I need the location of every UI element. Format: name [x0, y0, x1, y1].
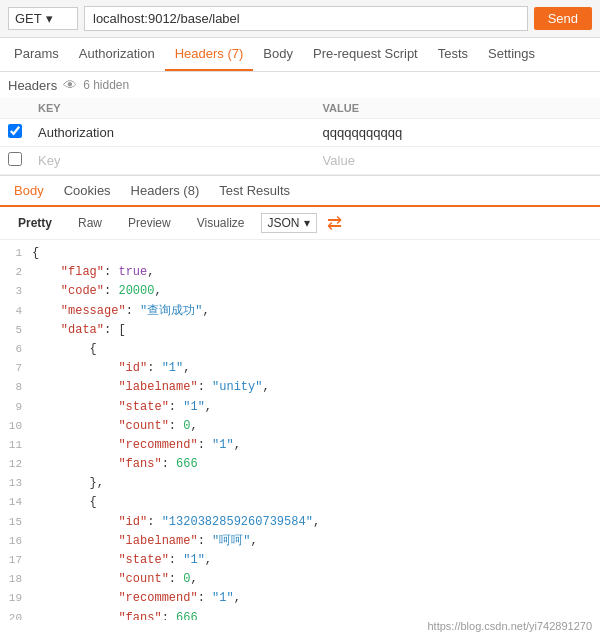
str-token: "1" — [183, 553, 205, 567]
line-number: 9 — [4, 398, 32, 417]
punct-token: : — [104, 284, 118, 298]
bool-token: true — [118, 265, 147, 279]
line-content: "state": "1", — [32, 551, 596, 570]
key-token: "labelname" — [118, 534, 197, 548]
nav-tab-prerequest[interactable]: Pre-request Script — [303, 38, 428, 71]
format-type-select[interactable]: JSON▾ — [261, 213, 317, 233]
line-number: 19 — [4, 589, 32, 608]
ws-token — [32, 342, 90, 356]
send-button[interactable]: Send — [534, 7, 592, 30]
nav-tab-headers[interactable]: Headers (7) — [165, 38, 254, 71]
resp-tab-cookies[interactable]: Cookies — [54, 176, 121, 207]
ws-token — [32, 457, 118, 471]
format-btn-preview[interactable]: Preview — [118, 213, 181, 233]
ws-token — [32, 284, 61, 298]
header-row-1 — [0, 147, 600, 175]
ws-token — [32, 591, 118, 605]
nav-tab-tests[interactable]: Tests — [428, 38, 478, 71]
line-content: "fans": 666 — [32, 455, 596, 474]
header-checkbox-1[interactable] — [8, 152, 22, 166]
headers-label: Headers 👁 6 hidden — [0, 72, 600, 98]
resp-tab-headers8[interactable]: Headers (8) — [121, 176, 210, 207]
ws-token — [32, 476, 90, 490]
method-select[interactable]: GET ▾ — [8, 7, 78, 30]
json-line: 5 "data": [ — [0, 321, 600, 340]
format-btn-visualize[interactable]: Visualize — [187, 213, 255, 233]
format-type-label: JSON — [268, 216, 300, 230]
line-content: "message": "查询成功", — [32, 302, 596, 321]
str-token: "查询成功" — [140, 304, 202, 318]
json-line: 20 "fans": 666 — [0, 609, 600, 620]
header-row-0 — [0, 119, 600, 147]
method-arrow: ▾ — [46, 11, 53, 26]
header-key-1[interactable] — [38, 153, 307, 168]
format-btn-pretty[interactable]: Pretty — [8, 213, 62, 233]
json-line: 13 }, — [0, 474, 600, 493]
format-btn-raw[interactable]: Raw — [68, 213, 112, 233]
key-token: "count" — [118, 572, 168, 586]
nav-tab-authorization[interactable]: Authorization — [69, 38, 165, 71]
line-content: "fans": 666 — [32, 609, 596, 620]
key-column-header: KEY — [30, 98, 315, 119]
key-token: "count" — [118, 419, 168, 433]
line-content: { — [32, 244, 596, 263]
punct-token: , — [154, 284, 161, 298]
line-content: "count": 0, — [32, 570, 596, 589]
num-token: 666 — [176, 457, 198, 471]
punct-token: : — [169, 572, 183, 586]
key-token: "code" — [61, 284, 104, 298]
json-line: 19 "recommend": "1", — [0, 589, 600, 608]
punct-token: , — [202, 304, 209, 318]
punct-token: , — [205, 400, 212, 414]
eye-icon[interactable]: 👁 — [63, 77, 77, 93]
str-token: "1" — [212, 591, 234, 605]
punct-token: : — [169, 400, 183, 414]
header-value-0[interactable] — [323, 125, 592, 140]
str-token: "1320382859260739584" — [162, 515, 313, 529]
json-line: 9 "state": "1", — [0, 398, 600, 417]
nav-tab-params[interactable]: Params — [4, 38, 69, 71]
punct-token: , — [205, 553, 212, 567]
punct-token: , — [147, 265, 154, 279]
punct-token: , — [183, 361, 190, 375]
key-token: "state" — [118, 400, 168, 414]
header-value-1[interactable] — [323, 153, 592, 168]
line-number: 17 — [4, 551, 32, 570]
json-line: 1{ — [0, 244, 600, 263]
line-number: 3 — [4, 282, 32, 301]
punct-token: , — [234, 591, 241, 605]
header-checkbox-0[interactable] — [8, 124, 22, 138]
punct-token: { — [90, 495, 97, 509]
url-input[interactable] — [84, 6, 528, 31]
hidden-count: 6 hidden — [83, 78, 129, 92]
resp-tab-testresults[interactable]: Test Results — [209, 176, 300, 207]
line-content: { — [32, 340, 596, 359]
json-line: 18 "count": 0, — [0, 570, 600, 589]
line-number: 15 — [4, 513, 32, 532]
request-tabs: ParamsAuthorizationHeaders (7)BodyPre-re… — [0, 38, 600, 72]
line-number: 20 — [4, 609, 32, 620]
nav-tab-body[interactable]: Body — [253, 38, 303, 71]
line-number: 1 — [4, 244, 32, 263]
json-line: 15 "id": "1320382859260739584", — [0, 513, 600, 532]
punct-token: : — [162, 457, 176, 471]
json-line: 7 "id": "1", — [0, 359, 600, 378]
punct-token: : — [198, 591, 212, 605]
key-token: "flag" — [61, 265, 104, 279]
ws-token — [32, 323, 61, 337]
json-line: 14 { — [0, 493, 600, 512]
ws-token — [32, 572, 118, 586]
key-token: "data" — [61, 323, 104, 337]
punct-token: : — [162, 611, 176, 620]
wrap-icon[interactable]: ⇄ — [327, 212, 342, 234]
line-number: 12 — [4, 455, 32, 474]
header-key-0[interactable] — [38, 125, 307, 140]
nav-tab-settings[interactable]: Settings — [478, 38, 545, 71]
ws-token — [32, 400, 118, 414]
resp-tab-body[interactable]: Body — [4, 176, 54, 207]
line-number: 7 — [4, 359, 32, 378]
punct-token: , — [190, 419, 197, 433]
format-type-arrow: ▾ — [304, 216, 310, 230]
line-content: "recommend": "1", — [32, 436, 596, 455]
top-bar: GET ▾ Send — [0, 0, 600, 38]
